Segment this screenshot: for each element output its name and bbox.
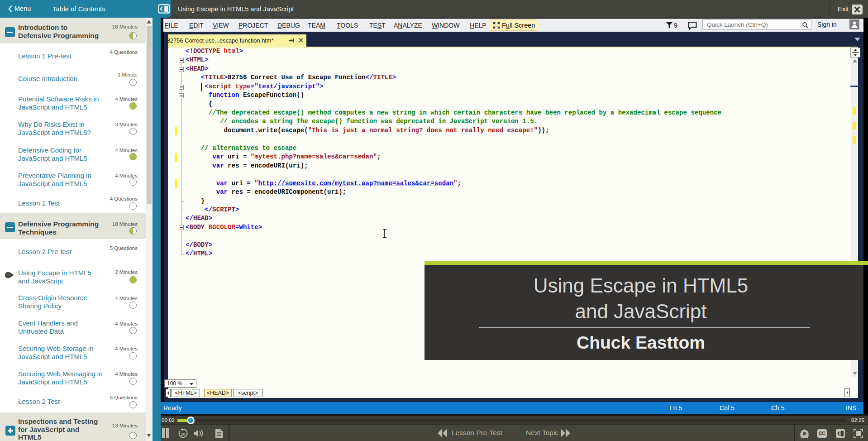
svg-text:10: 10 xyxy=(181,432,186,436)
svg-text:9: 9 xyxy=(674,22,677,29)
